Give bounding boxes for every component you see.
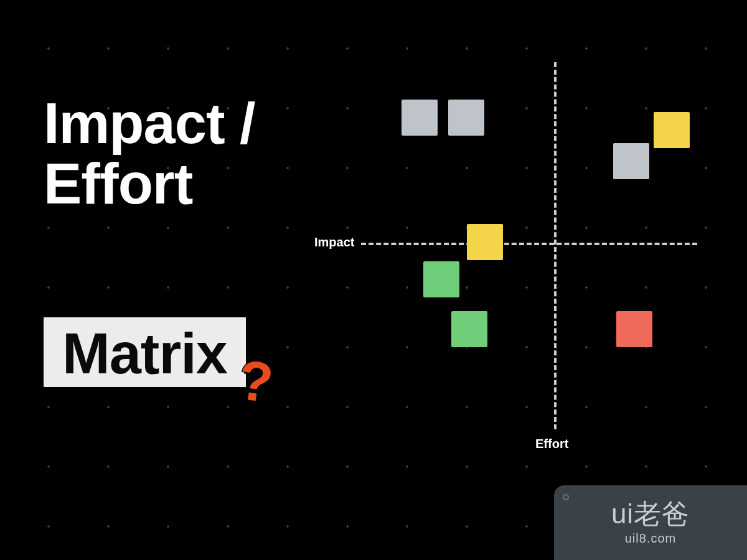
sticky-green-1[interactable]	[423, 261, 459, 297]
vertical-axis	[554, 62, 557, 429]
x-axis-label: Effort	[535, 437, 568, 451]
sticky-grey-1[interactable]	[402, 100, 438, 136]
impact-effort-chart: Impact Effort	[349, 62, 703, 448]
sticky-grey-3[interactable]	[613, 143, 649, 179]
sticky-green-2[interactable]	[451, 311, 487, 347]
sticky-grey-2[interactable]	[448, 100, 484, 136]
title-line-1: Impact /	[44, 93, 255, 154]
title-highlight-box: Matrix	[44, 317, 246, 387]
sticky-red-1[interactable]	[616, 311, 652, 347]
horizontal-axis	[361, 243, 697, 245]
title-line-2: Effort	[44, 154, 255, 214]
sticky-yellow-1[interactable]	[654, 112, 690, 148]
title-block: Impact / Effort	[44, 93, 255, 213]
title-highlight-row: Matrix ?	[44, 317, 273, 387]
watermark-dot-icon	[563, 494, 569, 500]
watermark-logo-text: ui老爸	[611, 500, 690, 528]
watermark-badge: ui老爸 uil8.com	[554, 485, 747, 560]
sticky-yellow-2[interactable]	[467, 224, 503, 260]
y-axis-label: Impact	[314, 235, 354, 250]
watermark-url-text: uil8.com	[625, 531, 676, 546]
